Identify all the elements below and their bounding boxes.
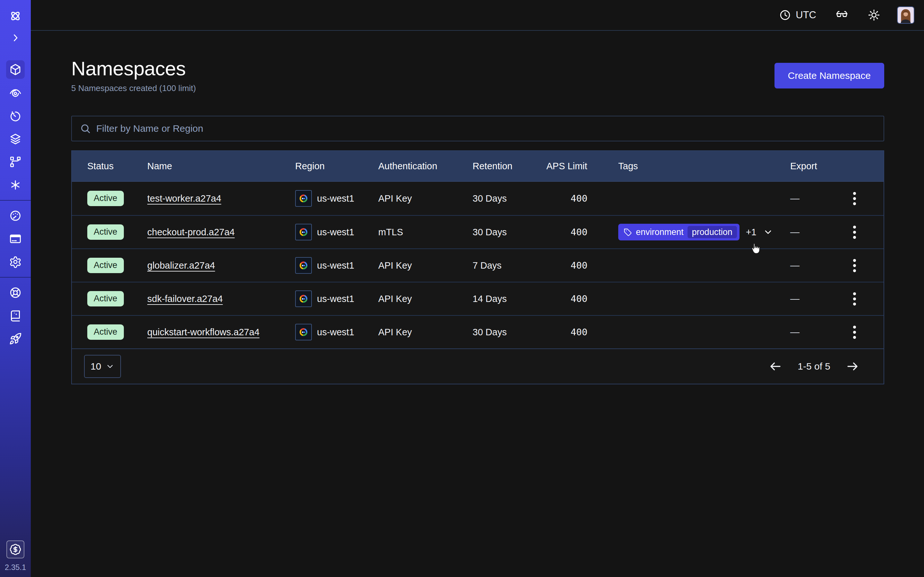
- sidebar-item-nexus[interactable]: [6, 176, 25, 194]
- region-provider-badge: [295, 290, 312, 307]
- theme-toggle-button[interactable]: [867, 9, 880, 21]
- export-value: —: [790, 193, 800, 204]
- timezone-label: UTC: [796, 9, 816, 21]
- region-provider-badge: [295, 324, 312, 340]
- row-actions-menu-button[interactable]: [851, 256, 859, 275]
- sidebar-item-namespaces[interactable]: [6, 60, 25, 79]
- gcp-icon: [298, 260, 309, 271]
- namespace-link[interactable]: globalizer.a27a4: [147, 260, 215, 271]
- aps-limit-value: 400: [546, 260, 618, 271]
- user-avatar[interactable]: [897, 6, 914, 24]
- status-badge: Active: [87, 291, 124, 306]
- retention-value: 30 Days: [473, 193, 546, 204]
- gcp-icon: [298, 193, 309, 204]
- export-value: —: [790, 260, 800, 271]
- region-provider-badge: [295, 190, 312, 207]
- table-row: Active checkout-prod.a27a4 us-west1 mTLS…: [72, 215, 884, 248]
- row-actions-menu-button[interactable]: [851, 223, 859, 242]
- sidebar-item-getting-started[interactable]: [6, 330, 25, 348]
- clock-icon: [779, 9, 791, 21]
- create-namespace-button[interactable]: Create Namespace: [774, 63, 884, 89]
- next-page-button[interactable]: [846, 359, 859, 373]
- row-actions-menu-button[interactable]: [851, 189, 859, 208]
- sidebar-divider: [0, 277, 31, 277]
- region-label: us-west1: [317, 327, 354, 338]
- authentication-value: API Key: [378, 327, 473, 338]
- region-label: us-west1: [317, 227, 354, 237]
- table-row: Active quickstart-workflows.a27a4 us-wes…: [72, 315, 884, 348]
- sidebar-item-billing[interactable]: [6, 229, 25, 248]
- row-actions-menu-button[interactable]: [851, 323, 859, 342]
- column-header-aps-limit: APS Limit: [546, 161, 618, 171]
- sidebar-item-batch-operations[interactable]: [6, 129, 25, 148]
- topbar: UTC: [31, 0, 924, 31]
- chevron-down-icon: [763, 227, 773, 237]
- aps-limit-value: 400: [546, 327, 618, 338]
- authentication-value: API Key: [378, 293, 473, 304]
- region-label: us-west1: [317, 260, 354, 271]
- sidebar-item-usage[interactable]: [6, 206, 25, 225]
- column-header-export: Export: [790, 161, 884, 171]
- page-size-value: 10: [90, 361, 101, 372]
- timezone-selector[interactable]: UTC: [779, 9, 816, 21]
- sidebar-divider: [0, 200, 31, 201]
- sidebar-item-support[interactable]: [6, 284, 25, 302]
- tag-expand-button[interactable]: [763, 227, 773, 237]
- region-provider-badge: [295, 224, 312, 240]
- retention-value: 14 Days: [473, 293, 546, 304]
- region-label: us-west1: [317, 193, 354, 204]
- status-badge: Active: [87, 258, 124, 273]
- sidebar-item-schedules[interactable]: [6, 106, 25, 125]
- pagination-range-label: 1-5 of 5: [798, 361, 830, 372]
- namespace-link[interactable]: quickstart-workflows.a27a4: [147, 327, 260, 337]
- retention-value: 30 Days: [473, 327, 546, 338]
- pricing-button[interactable]: [6, 540, 24, 558]
- namespace-link[interactable]: checkout-prod.a27a4: [147, 227, 234, 237]
- column-header-tags: Tags: [618, 161, 790, 171]
- gear-icon: [9, 255, 22, 268]
- gcp-icon: [298, 327, 309, 338]
- asterisk-icon: [9, 179, 22, 191]
- gauge-icon: [9, 210, 22, 222]
- temporal-logo-icon[interactable]: [8, 8, 23, 24]
- main-content: Namespaces 5 Namespaces created (100 lim…: [31, 31, 924, 577]
- table-footer: 10 1-5 of 5: [72, 348, 884, 384]
- namespace-link[interactable]: test-worker.a27a4: [147, 193, 221, 203]
- previous-page-button[interactable]: [769, 359, 782, 373]
- authentication-value: API Key: [378, 193, 473, 204]
- layers-icon: [9, 132, 22, 145]
- sidebar-expand-button[interactable]: [8, 31, 23, 45]
- export-value: —: [790, 327, 800, 338]
- tag-pill[interactable]: environment production: [618, 224, 740, 240]
- filter-input[interactable]: [96, 123, 876, 134]
- page-subtitle: 5 Namespaces created (100 limit): [71, 83, 196, 93]
- table-row: Active sdk-failover.a27a4 us-west1 API K…: [72, 282, 884, 315]
- badge-dollar-icon: [9, 543, 21, 556]
- row-actions-menu-button[interactable]: [851, 290, 859, 308]
- glasses-icon: [835, 9, 848, 21]
- chevron-down-icon: [105, 362, 115, 371]
- tag-value: production: [688, 226, 737, 238]
- namespace-link[interactable]: sdk-failover.a27a4: [147, 293, 223, 304]
- sidebar-item-workflows[interactable]: [6, 83, 25, 102]
- sidebar-item-settings[interactable]: [6, 253, 25, 271]
- accessibility-button[interactable]: [835, 9, 848, 21]
- region-provider-badge: [295, 257, 312, 274]
- table-row: Active globalizer.a27a4 us-west1 API Key…: [72, 248, 884, 282]
- sidebar-item-deployments[interactable]: [6, 153, 25, 171]
- gcp-icon: [298, 293, 309, 304]
- authentication-value: API Key: [378, 260, 473, 271]
- retention-value: 7 Days: [473, 260, 546, 271]
- tag-key: environment: [636, 227, 684, 237]
- page-title: Namespaces: [71, 58, 196, 79]
- timer-icon: [9, 109, 22, 122]
- page-size-select[interactable]: 10: [84, 355, 121, 378]
- sidebar-item-docs[interactable]: [6, 306, 25, 325]
- search-icon: [79, 123, 91, 134]
- region-label: us-west1: [317, 293, 354, 304]
- table-header-row: Status Name Region Authentication Retent…: [72, 151, 884, 182]
- workflows-icon: [9, 86, 22, 99]
- status-badge: Active: [87, 191, 124, 206]
- lifebuoy-icon: [9, 286, 22, 299]
- branch-icon: [9, 155, 22, 168]
